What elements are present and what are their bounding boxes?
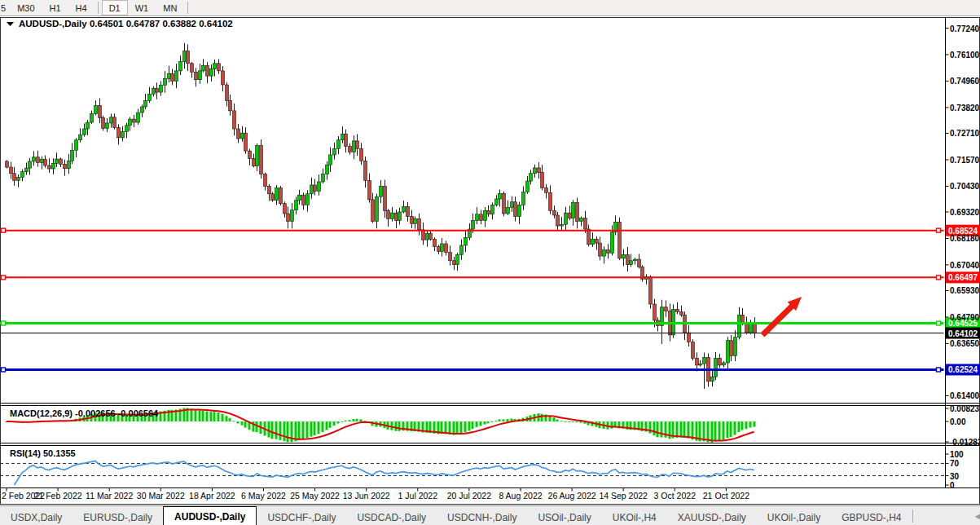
- candle-bearish: [553, 210, 556, 215]
- symbol-tab-xauusd[interactable]: XAUUSD-,Daily: [667, 510, 757, 525]
- symbol-tab-usdx[interactable]: USDX,Daily: [0, 510, 73, 525]
- macd-bar: [560, 421, 563, 421]
- symbol-tab-gbpusd[interactable]: GBPUSD-,H4: [831, 510, 912, 525]
- level-line-handle[interactable]: [937, 276, 941, 280]
- timeframe-button-mn[interactable]: MN: [156, 0, 184, 15]
- candle-bearish: [754, 324, 757, 333]
- level-line-handle[interactable]: [2, 321, 6, 325]
- candle-bearish: [541, 173, 544, 188]
- candle-bullish: [341, 134, 345, 139]
- level-price-tag-label: 0.66497: [948, 273, 978, 282]
- timeframe-button-m30[interactable]: M30: [10, 0, 42, 15]
- level-line-handle[interactable]: [937, 228, 941, 232]
- candle-bullish: [376, 196, 379, 221]
- macd-bar: [210, 412, 213, 421]
- level-line-handle[interactable]: [2, 368, 6, 372]
- candle-bullish: [144, 100, 147, 107]
- symbol-tab-eurusd[interactable]: EURUSD-,Daily: [73, 510, 163, 525]
- candle-bearish: [229, 100, 232, 111]
- level-line-handle[interactable]: [2, 228, 6, 232]
- timeframe-button-w1[interactable]: W1: [128, 0, 156, 15]
- tab-scroll-left-icon[interactable]: ◄: [973, 511, 980, 521]
- candle-bearish: [260, 146, 263, 174]
- macd-bar: [218, 412, 220, 421]
- macd-bar: [661, 421, 663, 438]
- macd-bar: [730, 421, 732, 437]
- candle-bearish: [487, 210, 490, 214]
- candle-bearish: [676, 310, 679, 312]
- candle-bearish: [599, 243, 602, 256]
- price-tick-label: 0.61400: [950, 391, 980, 400]
- macd-bar: [395, 421, 398, 431]
- candle-bearish: [545, 188, 548, 193]
- candle-bearish: [371, 200, 375, 221]
- macd-bar: [495, 421, 498, 421]
- macd-bar: [213, 412, 216, 421]
- candle-bearish: [418, 219, 421, 230]
- candle-bullish: [55, 159, 59, 163]
- macd-bar: [195, 410, 197, 421]
- candle-bullish: [68, 161, 71, 168]
- macd-bar: [468, 421, 471, 430]
- price-tick-label: 0.63650: [950, 339, 980, 348]
- level-line-handle[interactable]: [2, 276, 6, 280]
- macd-bar: [711, 421, 714, 443]
- timeframe-button-h1[interactable]: H1: [42, 0, 68, 15]
- symbol-tab-ukoil[interactable]: UKOil-,Daily: [757, 510, 831, 525]
- symbol-tab-usoil[interactable]: USOil-,Daily: [527, 510, 601, 525]
- candle-bullish: [137, 112, 140, 122]
- macd-bar: [237, 421, 240, 424]
- symbol-tab-usdcad[interactable]: USDCAD-,Daily: [346, 510, 437, 525]
- symbol-tab-usdchf[interactable]: USDCHF-,Daily: [257, 510, 346, 525]
- price-tick-label: 0.69320: [950, 208, 980, 217]
- price-chart[interactable]: 0.685240.664970.645250.625240.641020.772…: [0, 16, 980, 505]
- macd-bar: [472, 421, 474, 429]
- macd-bar: [480, 421, 482, 426]
- macd-bar: [703, 421, 705, 441]
- candle-bullish: [210, 69, 213, 77]
- candle-bullish: [291, 210, 294, 222]
- candle-bearish: [422, 230, 425, 240]
- candle-bullish: [326, 165, 329, 174]
- candle-bullish: [295, 201, 298, 210]
- candle-bearish: [538, 168, 541, 173]
- timeframe-button-partial[interactable]: 5: [0, 0, 10, 15]
- candle-bullish: [560, 224, 564, 226]
- candle-bullish: [491, 205, 494, 214]
- candle-bearish: [117, 127, 121, 138]
- date-tick-label: 8 Aug 2022: [499, 491, 542, 501]
- candle-bullish: [522, 192, 525, 205]
- level-line-handle[interactable]: [937, 368, 941, 372]
- macd-bar: [202, 411, 204, 421]
- candle-bullish: [213, 64, 217, 69]
- symbol-tab-usdcnh[interactable]: USDCNH-,Daily: [437, 510, 527, 525]
- candle-bullish: [179, 61, 182, 70]
- macd-bar: [680, 421, 683, 437]
- candle-bullish: [630, 261, 633, 265]
- candle-bearish: [244, 133, 248, 151]
- price-tick-label: 0.74960: [950, 77, 980, 86]
- candle-bullish: [464, 237, 468, 245]
- macd-bar: [268, 421, 270, 438]
- price-tick-label: 0.76100: [950, 51, 980, 60]
- candle-bearish: [264, 174, 267, 187]
- candle-bullish: [21, 172, 24, 178]
- candle-bearish: [584, 218, 587, 229]
- candle-bullish: [83, 129, 86, 135]
- candle-bearish: [638, 259, 641, 267]
- candle-bullish: [723, 363, 726, 365]
- symbol-tab-audusd[interactable]: AUDUSD-,Daily: [163, 506, 257, 525]
- macd-bar: [460, 421, 463, 434]
- candle-bullish: [275, 188, 279, 201]
- macd-bar: [226, 416, 228, 421]
- level-line-handle[interactable]: [937, 321, 941, 325]
- symbol-tab-ukoil[interactable]: UKOil-,H4: [602, 510, 667, 525]
- candle-bearish: [730, 341, 733, 356]
- candle-bullish: [152, 88, 156, 94]
- macd-bar: [283, 421, 286, 441]
- timeframe-button-h4[interactable]: H4: [68, 0, 94, 15]
- candle-bearish: [437, 247, 441, 252]
- timeframe-button-d1[interactable]: D1: [102, 0, 128, 15]
- macd-bar: [314, 421, 316, 435]
- candle-bearish: [222, 71, 225, 85]
